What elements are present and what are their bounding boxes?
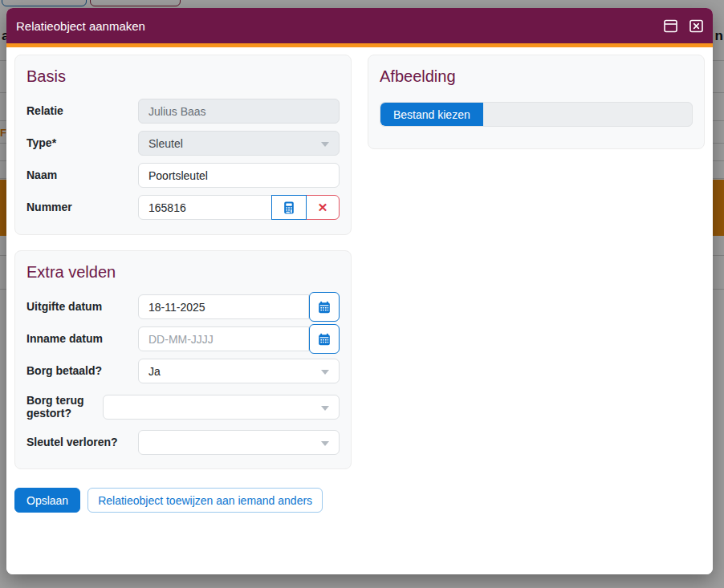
sleutel-verloren-label: Sleutel verloren? [26,436,138,448]
relatie-control [138,99,340,124]
generate-number-button[interactable] [271,195,307,220]
naam-control [138,163,340,188]
nummer-row: Nummer ✕ [26,195,340,220]
basis-panel-title: Basis [26,67,340,86]
type-select: Sleutel [138,131,340,156]
nummer-control: ✕ [138,195,340,220]
calculator-icon [283,201,295,214]
borg-terug-gestort-row: Borg terug gestort? [26,391,340,423]
modal-footer: Opslaan Relatieobject toewijzen aan iema… [14,488,323,513]
relatie-input [138,99,340,124]
inname-datum-input[interactable] [138,326,309,351]
modal-body: Basis Relatie Type* Sleutel Naam [6,47,713,574]
type-select-value: Sleutel [148,137,183,150]
borg-terug-gestort-control [103,395,340,420]
extra-velden-panel-title: Extra velden [26,262,340,282]
uitgifte-datum-calendar-button[interactable] [309,292,340,322]
clear-number-button[interactable]: ✕ [306,195,340,220]
naam-label: Naam [26,168,138,181]
afbeelding-file-input[interactable]: Bestand kiezen [380,102,693,127]
modal-header: Relatieobject aanmaken [6,8,713,43]
caret-down-icon [321,406,329,411]
type-row: Type* Sleutel [26,131,340,156]
borg-betaald-select-value: Ja [148,365,161,378]
uitgifte-datum-input[interactable] [138,294,309,319]
naam-input[interactable] [138,163,340,188]
calendar-icon [318,333,331,346]
caret-down-icon [321,142,329,147]
type-control: Sleutel [138,131,340,156]
calendar-icon [318,301,331,314]
uitgifte-datum-control [138,294,340,319]
inname-datum-row: Inname datum [26,326,340,351]
extra-velden-panel: Extra velden Uitgifte datum Inname datum [14,250,352,469]
inname-datum-calendar-button[interactable] [309,324,340,354]
naam-row: Naam [26,163,340,188]
basis-panel: Basis Relatie Type* Sleutel Naam [14,55,352,235]
sleutel-verloren-row: Sleutel verloren? [26,430,340,455]
sleutel-verloren-select[interactable] [138,430,340,455]
borg-betaald-label: Borg betaald? [26,364,138,377]
type-label: Type* [26,136,138,149]
relatieobject-aanmaken-modal: Relatieobject aanmaken Basis Relatie Typ… [6,8,713,574]
modal-header-actions [664,19,703,33]
uitgifte-datum-label: Uitgifte datum [26,300,138,313]
nummer-input-group: ✕ [138,195,340,220]
inname-datum-label: Inname datum [26,332,138,345]
caret-down-icon [321,441,329,446]
borg-betaald-row: Borg betaald? Ja [26,359,340,383]
nummer-input[interactable] [138,195,272,220]
clear-icon: ✕ [318,201,328,215]
assign-to-other-button[interactable]: Relatieobject toewijzen aan iemand ander… [87,488,323,513]
afbeelding-panel: Afbeelding Bestand kiezen [368,55,705,149]
file-choose-button[interactable]: Bestand kiezen [380,103,483,126]
borg-betaald-select[interactable]: Ja [138,359,340,383]
modal-title: Relatieobject aanmaken [16,19,145,33]
inname-datum-control [138,326,340,351]
borg-betaald-control: Ja [138,359,340,383]
relatie-row: Relatie [26,99,340,124]
save-button[interactable]: Opslaan [14,488,80,513]
nummer-label: Nummer [26,201,138,213]
close-icon[interactable] [689,19,703,33]
sleutel-verloren-control [138,430,340,455]
uitgifte-datum-row: Uitgifte datum [26,294,340,319]
borg-terug-gestort-label: Borg terug gestort? [26,394,103,420]
caret-down-icon [321,370,329,375]
borg-terug-gestort-select[interactable] [103,395,340,420]
relatie-label: Relatie [26,104,138,117]
restore-window-icon[interactable] [664,19,677,33]
afbeelding-panel-title: Afbeelding [380,67,693,86]
